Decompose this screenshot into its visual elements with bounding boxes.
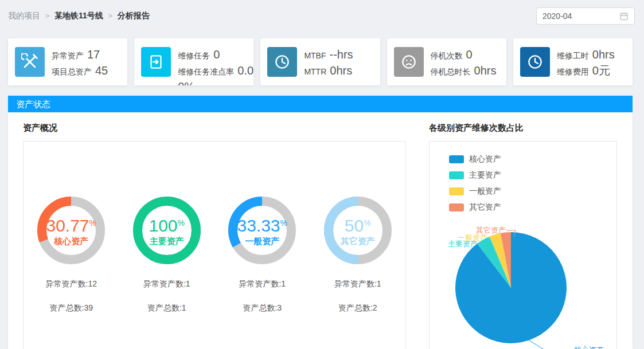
kpi-value: --hrs [330,48,353,61]
kpi-card-mtbf-mttr: MTBF--hrs MTTR0hrs [260,38,380,85]
total-asset-count: 资产总数:39 [50,303,93,313]
donut-label: 主要资产 [150,236,184,247]
abnormal-asset-count: 异常资产数:1 [239,279,286,289]
clock-icon [267,47,297,77]
kpi-label: MTBF [304,51,326,60]
repair-ratio-chart: 核心资产 主要资产 一般资产 其它资产 [429,141,617,349]
kpi-value: 0hrs [592,48,615,61]
repair-ratio-section: 各级别资产维修次数占比 核心资产 主要资产 一般资产 [429,123,617,349]
kpi-label: 停机次数 [431,51,463,60]
breadcrumb-project[interactable]: 某地铁11号线 [54,11,103,21]
kpi-label: 维修任务准点率 [178,67,234,76]
clock-icon [520,47,550,77]
total-asset-count: 资产总数:1 [147,303,186,313]
total-asset-count: 资产总数:3 [243,303,282,313]
donut-percent: 33.33% [237,214,287,234]
donut-general-assets: 33.33% 一般资产 异常资产数:1 资产总数:3 [214,197,310,313]
donut-other-assets: 50% 其它资产 异常资产数:1 资产总数:2 [310,197,406,313]
donut-label: 其它资产 [341,236,375,247]
breadcrumb: 我的项目 > 某地铁11号线 > 分析报告 [8,11,150,21]
legend-item-general[interactable]: 一般资产 [449,186,616,197]
donut-percent: 100% [149,214,185,234]
donut-major-assets: 100% 主要资产 异常资产数:1 资产总数:1 [119,197,215,313]
top-bar: 我的项目 > 某地铁11号线 > 分析报告 2020-04 [0,0,644,25]
kpi-value: 0hrs [474,64,497,77]
kpi-label: 项目总资产 [52,67,92,76]
legend-item-other[interactable]: 其它资产 [449,202,616,213]
kpi-label: 停机总时长 [431,67,471,76]
kpi-value: 17 [87,48,100,61]
kpi-card-repair-cost: 维修工时0hrs 维修费用0元 [513,38,633,85]
legend-swatch [449,171,464,179]
abnormal-asset-count: 异常资产数:12 [46,279,97,289]
page: { "breadcrumb": { "separator": ">", "ite… [0,0,644,349]
task-book-icon [141,47,171,77]
abnormal-asset-count: 异常资产数:1 [143,279,190,289]
legend-label: 核心资产 [469,154,501,164]
kpi-card-repair-tasks: 维修任务0 维修任务准点率0.00% [134,38,253,85]
pie-label-core: 核心资产 [574,346,604,349]
breadcrumb-separator: > [108,12,112,20]
asset-overview-section: 资产概况 30.77% 核心资产 [23,123,406,349]
abnormal-asset-count: 异常资产数:1 [334,279,381,289]
legend-label: 主要资产 [469,170,501,181]
month-picker-value: 2020-04 [542,11,572,21]
kpi-card-assets: 异常资产17 项目总资产45 [8,38,127,85]
breadcrumb-separator: > [45,12,49,20]
breadcrumb-report[interactable]: 分析报告 [118,11,150,21]
legend-label: 其它资产 [469,202,501,213]
asset-overview-chart: 30.77% 核心资产 异常资产数:12 资产总数:39 [23,141,406,349]
legend-item-major[interactable]: 主要资产 [449,170,616,181]
legend-item-core[interactable]: 核心资产 [449,154,616,164]
kpi-label: 维修费用 [557,67,589,76]
kpi-label: 维修任务 [178,51,210,60]
kpi-label: 异常资产 [52,51,84,60]
kpi-card-downtime: 停机次数0 停机总时长0hrs [387,38,506,85]
kpi-card-row: 异常资产17 项目总资产45 维修任务0 维修任务准点率0.00% [8,38,633,85]
asset-status-panel: 资产状态 资产概况 30.77% 核 [8,96,633,349]
sad-face-icon [394,47,424,77]
kpi-label: 维修工时 [557,51,589,60]
calendar-icon[interactable] [619,11,629,21]
kpi-label: MTTR [304,67,326,76]
kpi-value: 0hrs [330,64,352,77]
legend-swatch [449,155,464,163]
pie-leader-core [528,340,572,349]
donut-percent: 50% [345,214,371,234]
pie-label-major: 主要资产 [448,240,478,248]
donut-core-assets: 30.77% 核心资产 异常资产数:12 资产总数:39 [24,197,119,313]
breadcrumb-my-projects[interactable]: 我的项目 [8,11,40,21]
donut-percent: 30.77% [46,214,96,234]
tools-icon [15,47,45,77]
asset-overview-title: 资产概况 [23,123,406,134]
kpi-value: 0 [466,48,473,61]
legend-label: 一般资产 [469,186,501,197]
month-picker-input[interactable]: 2020-04 [536,7,635,25]
pie-legend: 核心资产 主要资产 一般资产 其它资产 [430,142,616,213]
donut-label: 核心资产 [54,236,88,247]
kpi-value: 45 [95,64,108,77]
legend-swatch [449,187,464,195]
legend-swatch [449,203,464,211]
total-asset-count: 资产总数:2 [338,303,377,313]
kpi-value: 0 [213,48,220,61]
section-header: 资产状态 [8,96,633,112]
donut-label: 一般资产 [245,236,279,247]
kpi-value: 0元 [592,64,610,77]
repair-ratio-title: 各级别资产维修次数占比 [429,123,617,134]
repair-pie: 其它资产 一般资产 主要资产 核心资产 [430,218,616,349]
